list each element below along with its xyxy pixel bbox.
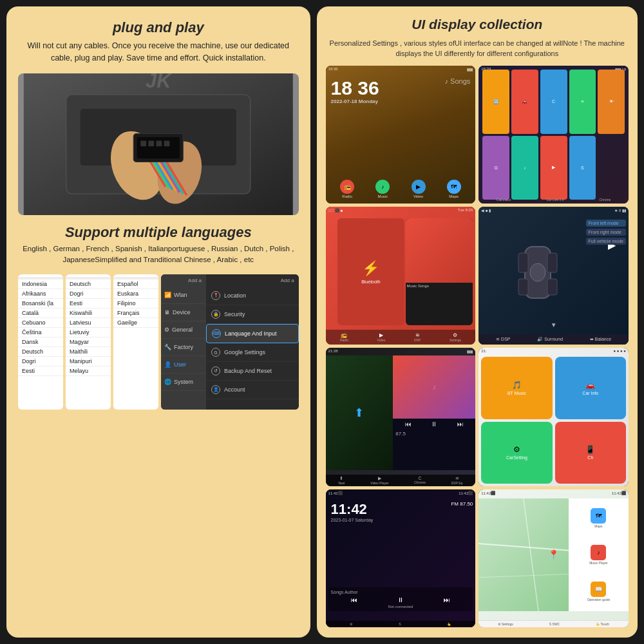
calc-app[interactable]: 🔢 (482, 70, 509, 134)
lang-item: Dogri (18, 357, 63, 366)
settings-user-item[interactable]: 👤 User (161, 356, 206, 374)
screen1-time: 18:36 (328, 67, 338, 71)
lang-item: Dogri (66, 289, 111, 299)
ui-screen-1: 18:36 ▮▮▮ 18 36 2022-07-18 Monday ♪ Song… (326, 66, 476, 204)
touch-bottom[interactable]: 👆 (447, 622, 451, 626)
surround-tab[interactable]: 🔊 Surround (537, 337, 563, 342)
wifi-icon: 📶 (164, 292, 171, 298)
ch-label: Ch (587, 455, 593, 460)
screen8-nav2[interactable]: S SWC (549, 622, 560, 626)
screen7-next[interactable]: ⏭ (444, 596, 450, 603)
music-label: Music (377, 194, 388, 198)
screen7-player-controls: ⏮ ⏸ ⏭ (331, 596, 471, 603)
music-sidebar-icon[interactable]: ♪ Music Player (571, 545, 626, 565)
settings-nav[interactable]: ⚙Settings (450, 332, 461, 342)
svg-rect-14 (140, 140, 146, 146)
bluetooth-icon: ⚡ (362, 260, 379, 277)
chrome-nav-item[interactable]: CChrome (414, 476, 426, 485)
track-info: 87.5 (393, 430, 475, 438)
maps-sidebar-icon[interactable]: 🗺 Maps (571, 508, 626, 528)
lang-list-col1: Indonesia Afrikaans Bosanski (la Català … (18, 274, 63, 410)
carsetting-app[interactable]: ⚙ CarSetting (481, 422, 552, 484)
add-btn-label: Add a (187, 276, 203, 285)
settings-factory-item[interactable]: 🔧 Factory (161, 339, 206, 356)
system-icon: 🌐 (164, 379, 171, 385)
settings-device-item[interactable]: 🖥 Device (161, 304, 206, 321)
lang-item: Manipuri (66, 357, 111, 366)
navi-nav-item[interactable]: ⬆Navi (338, 476, 345, 485)
screen7-prev[interactable]: ⏮ (351, 596, 357, 603)
svg-line-26 (524, 498, 538, 611)
front-left-mode-btn[interactable]: Front left mode (586, 220, 626, 227)
screen7-play[interactable]: ⏸ (397, 596, 404, 603)
settings-location-item[interactable]: 📍 Location (206, 287, 299, 305)
left-panel: plug and play Will not cut any cables. O… (6, 6, 310, 638)
guide-sidebar-icon[interactable]: 📖 Operation guide (571, 582, 626, 601)
add-button-row: Add a (161, 274, 206, 287)
svg-rect-22 (518, 279, 528, 295)
video-nav[interactable]: ▶Video (377, 332, 386, 342)
screen7-time-status: 11:42⬛ (328, 491, 343, 495)
eye-app[interactable]: 👁 (598, 70, 625, 134)
settings-account-item[interactable]: 👤 Account (206, 381, 299, 399)
next-btn[interactable]: ⏭ (457, 421, 464, 428)
full-vehicle-mode-btn[interactable]: Full vehicle mode (586, 238, 626, 245)
settings-language-item[interactable]: ⌨ Lanquage And Input (206, 324, 299, 343)
music-app-label: Music Player (589, 561, 608, 565)
lang-item: Filipino (113, 299, 158, 308)
radio-nav[interactable]: 📻Radio (340, 332, 348, 342)
date2-display: 2023-01-07 Saturday (331, 518, 374, 522)
language-icon: ⌨ (212, 329, 221, 338)
svg-rect-16 (156, 140, 162, 146)
swc-app[interactable]: S (569, 136, 596, 200)
screen6-app-grid: 🎵 BT Music 🚗 Car Info ⚙ CarSetting � (481, 357, 626, 483)
settings-backup-item[interactable]: ↺ Backup And Reset (206, 362, 299, 381)
maps-app-label: Maps (594, 524, 602, 528)
vidplayer-nav-item[interactable]: ▶Video Player (370, 476, 388, 485)
languages-description: English , German , French , Spanish , It… (18, 243, 299, 266)
eq-app[interactable]: ≡ (569, 70, 596, 134)
ui-collection-title: UI display collection (326, 17, 629, 32)
ch-app[interactable]: 📱 Ch (555, 422, 626, 484)
music-icon[interactable]: ♪ (375, 180, 390, 194)
dsp-nav[interactable]: ≋DSP (414, 332, 421, 342)
carlink-app[interactable]: 🚗 (511, 70, 538, 134)
settings-security-item[interactable]: 🔒 Security (206, 305, 299, 324)
dsp-nav-item[interactable]: ≋DSP Eq (451, 476, 463, 485)
ui-screen-8: 11:42⬛ 11:42⬛ 📍 (478, 489, 629, 627)
album-placeholder: ♪ (393, 355, 475, 419)
google-app[interactable]: G (482, 136, 509, 200)
status-bar-7: 11:42⬛ 11:42⬛ (326, 491, 476, 495)
video-icon[interactable]: ▶ (412, 180, 426, 194)
ui-screen-3: □ □ ⬛ ■ Tue 8:05 ⚡ Bluetooth Music Songs (326, 207, 476, 345)
screen4-icons: ◀ ■ ▮ (481, 208, 491, 213)
chrome-app[interactable]: C (540, 70, 567, 134)
screen8-nav1[interactable]: ⚙ Settings (498, 622, 513, 626)
maps-icon[interactable]: 🗺 (447, 180, 461, 194)
swc-bottom[interactable]: S (399, 622, 401, 626)
carinfo-app[interactable]: 🚗 Car Info (555, 357, 626, 419)
front-right-mode-btn[interactable]: Front right mode (586, 229, 626, 236)
device-label: Device (173, 309, 191, 316)
maps-label: Maps (449, 194, 459, 198)
down-arrow: ▼ (551, 321, 557, 328)
screen8-nav3[interactable]: 👆 Touch (596, 622, 609, 626)
balance-tab[interactable]: ⬌ Balance (590, 337, 611, 342)
settings-system-item[interactable]: 🌐 System (161, 374, 206, 391)
settings-google-item[interactable]: G Google Settings (206, 343, 299, 362)
playstore-app[interactable]: ▶ (540, 136, 567, 200)
prev-btn[interactable]: ⏮ (405, 421, 412, 428)
settings-general-item[interactable]: ⚙ General (161, 321, 206, 339)
settings-wlan-item[interactable]: 📶 Wlan (161, 287, 206, 304)
radio-icon[interactable]: 📻 (340, 180, 354, 194)
settings-bottom[interactable]: ⚙ (350, 622, 352, 626)
play-btn[interactable]: ⏸ (431, 421, 437, 428)
btmusic-app[interactable]: 🎵 BT Music (481, 357, 552, 419)
right-panel: UI display collection Personalized Setti… (317, 6, 638, 638)
maps-screen: 11:42⬛ 11:42⬛ 📍 (478, 489, 629, 627)
screen8-right: 11:42⬛ (612, 491, 626, 495)
screen7-right: 11:42⬛ (459, 491, 473, 495)
music-player-app[interactable]: ♪ (511, 136, 538, 200)
lang-item: Deutsch (66, 279, 111, 289)
dsp-tab[interactable]: ≋ DSP (496, 337, 510, 342)
